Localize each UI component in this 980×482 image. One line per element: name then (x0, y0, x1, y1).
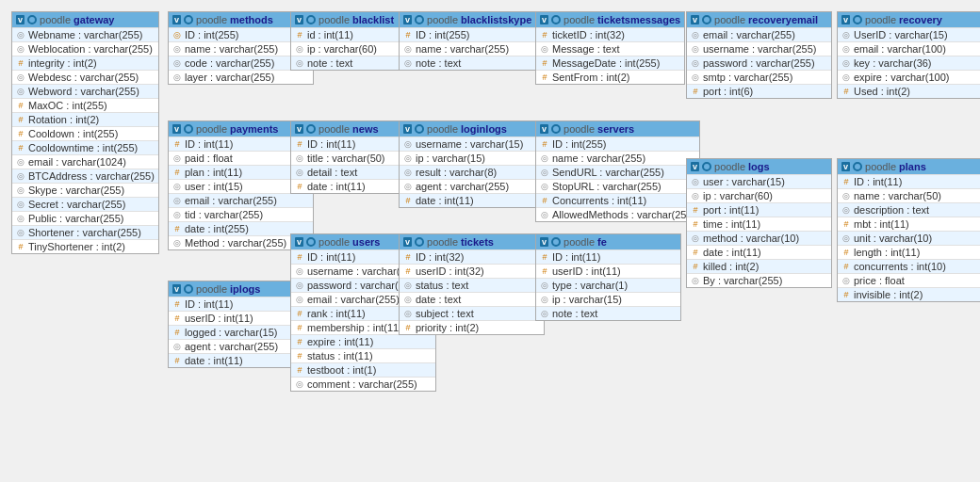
field-text: Cooldowntime : int(255) (28, 142, 138, 153)
field-text: ID : int(11) (307, 251, 355, 263)
field-text: name : varchar(255) (552, 153, 645, 164)
field-text: Rotation : int(2) (28, 114, 99, 125)
field-icon: ◎ (16, 200, 25, 209)
field-text: agent : varchar(255) (185, 341, 278, 352)
field-text: ip : varchar(15) (416, 153, 485, 164)
table-header-recovery: v poodle recovery (838, 12, 980, 27)
table-row: #Used : int(2) (838, 84, 980, 98)
table-row: #priority : int(2) (400, 320, 544, 334)
field-text: subject : text (416, 308, 474, 319)
table-name-news: news (352, 123, 379, 135)
table-row: #ID : int(32) (400, 249, 544, 264)
field-icon: ◎ (172, 238, 182, 248)
field-icon: # (841, 219, 851, 229)
field-icon: ◎ (16, 30, 25, 40)
field-text: detail : text (307, 167, 357, 178)
v-icon: v (691, 15, 699, 24)
field-text: Secret : varchar(255) (28, 199, 125, 210)
field-icon: # (172, 313, 182, 323)
table-row: ◎Skype : varchar(255) (12, 183, 158, 197)
table-ticketsmessages[interactable]: v poodle ticketsmessages #ticketID : int… (535, 11, 685, 85)
table-gateway[interactable]: v poodle gateway ◎Webname : varchar(255)… (11, 11, 159, 254)
field-icon: ◎ (172, 58, 182, 68)
table-schema-blacklist: poodle (318, 14, 350, 25)
table-header-gateway: v poodle gateway (12, 12, 158, 27)
table-row: #port : int(11) (687, 202, 831, 217)
field-text: ID : int(11) (185, 298, 233, 310)
field-text: name : varchar(50) (854, 190, 941, 201)
o-icon (184, 15, 193, 24)
field-icon: # (172, 328, 182, 337)
table-header-fe: v poodle fe (536, 234, 680, 249)
o-icon (415, 237, 424, 247)
table-plans[interactable]: v poodle plans #ID : int(11)◎name : varc… (837, 158, 980, 302)
table-header-loginlogs: v poodle loginlogs (400, 121, 544, 137)
table-fe[interactable]: v poodle fe #ID : int(11)#userID : int(1… (535, 233, 681, 321)
table-row: ◎key : varchar(36) (838, 56, 980, 70)
field-text: date : int(11) (703, 247, 761, 258)
field-text: port : int(11) (703, 204, 759, 216)
field-icon: # (172, 139, 182, 149)
field-text: note : text (552, 308, 597, 319)
field-text: testboot : int(1) (307, 364, 376, 376)
o-icon (415, 124, 424, 134)
field-icon: ◎ (295, 58, 304, 68)
field-text: user : varchar(15) (703, 176, 785, 187)
table-blacklistskype[interactable]: v poodle blacklistskype #ID : int(255)◎n… (399, 11, 545, 71)
field-text: username : varchar(15) (416, 138, 523, 150)
field-icon: ◎ (295, 168, 304, 177)
field-text: userID : int(11) (552, 265, 621, 277)
field-icon: ◎ (691, 276, 700, 285)
table-tickets[interactable]: v poodle tickets #ID : int(32)#userID : … (399, 233, 545, 335)
field-text: ID : int(11) (185, 138, 233, 150)
field-icon: # (403, 323, 413, 332)
table-row: #integrity : int(2) (12, 56, 158, 70)
field-icon: ◎ (540, 153, 549, 163)
field-text: note : text (416, 57, 461, 69)
field-icon: # (295, 365, 304, 375)
table-row: ◎StopURL : varchar(255) (536, 179, 699, 193)
o-icon (853, 15, 862, 24)
field-icon: # (540, 58, 549, 68)
field-icon: # (172, 299, 182, 309)
field-text: time : int(11) (703, 218, 760, 230)
field-icon: ◎ (841, 44, 851, 54)
field-icon: # (691, 219, 700, 229)
field-text: membership : int(11) (307, 322, 402, 333)
field-text: Public : varchar(255) (28, 213, 124, 224)
field-icon: ◎ (540, 44, 549, 54)
field-icon: ◎ (295, 379, 304, 389)
field-text: integrity : int(2) (28, 57, 97, 69)
field-icon: # (295, 323, 304, 332)
field-text: ip : varchar(60) (703, 190, 773, 201)
field-icon: # (16, 129, 25, 138)
table-row: #concurrents : int(10) (838, 259, 980, 273)
field-text: ip : varchar(15) (552, 294, 622, 305)
field-icon: ◎ (841, 276, 851, 285)
field-icon: ◎ (403, 58, 413, 68)
table-servers[interactable]: v poodle servers #ID : int(255)◎name : v… (535, 120, 700, 222)
table-row: #MessageDate : int(255) (536, 56, 684, 70)
v-icon: v (295, 237, 303, 247)
table-row: #time : int(11) (687, 217, 831, 231)
table-row: ◎status : text (400, 278, 544, 292)
table-name-methods: methods (230, 14, 273, 25)
field-icon: ◎ (403, 139, 413, 149)
field-text: layer : varchar(255) (185, 72, 274, 83)
table-row: #Rotation : int(2) (12, 112, 158, 126)
table-row: #ID : int(11) (838, 174, 980, 188)
field-icon: ◎ (691, 44, 700, 54)
field-icon: ◎ (540, 210, 549, 219)
table-logs[interactable]: v poodle logs ◎user : varchar(15)◎ip : v… (686, 158, 832, 288)
field-text: email : varchar(255) (307, 294, 400, 305)
field-text: port : int(6) (703, 86, 753, 97)
table-loginlogs[interactable]: v poodle loginlogs ◎username : varchar(1… (399, 120, 545, 208)
table-row: ◎BTCAddress : varchar(255) (12, 169, 158, 183)
field-icon: # (16, 242, 25, 251)
table-row: ◎subject : text (400, 306, 544, 320)
table-recovery[interactable]: v poodle recovery ◎UserID : varchar(15)◎… (837, 11, 980, 99)
table-schema-blacklistskype: poodle (427, 14, 458, 25)
table-recoveryemail[interactable]: v poodle recoveryemail ◎email : varchar(… (686, 11, 832, 99)
field-icon: # (16, 115, 25, 124)
table-row: ◎email : varchar(255) (687, 27, 831, 41)
